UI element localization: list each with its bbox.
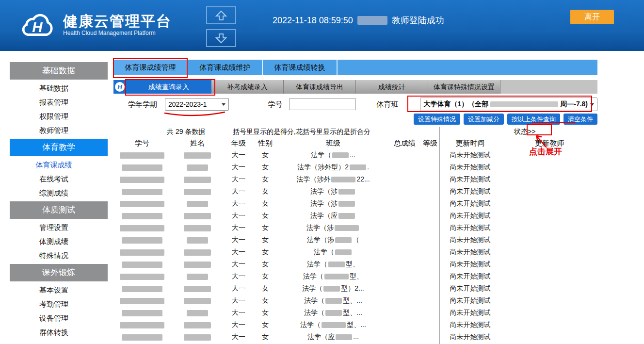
redacted-class-part xyxy=(335,225,359,231)
secondary-tab[interactable]: 补考成绩录入 xyxy=(211,80,284,94)
cell-update-time: 尚未开始测试 xyxy=(440,272,500,281)
cell-name xyxy=(171,224,224,232)
cell-class: 法学（涉 xyxy=(277,199,389,208)
primary-tab[interactable]: 体育课成绩管理 xyxy=(113,60,188,75)
sidebar-item[interactable]: 基础数据 xyxy=(0,81,108,95)
class-text-suffix: 型）2... xyxy=(341,284,364,292)
cell-grade: 大一 xyxy=(224,272,253,281)
redacted-student-name xyxy=(184,177,211,183)
term-select[interactable]: 2022-2023-1 xyxy=(165,98,229,111)
class-select[interactable]: 大学体育（1）（全部 周—-7.8) xyxy=(420,98,597,111)
cell-gender: 女 xyxy=(253,272,277,281)
secondary-tab[interactable]: 成绩查询录入 xyxy=(126,80,211,94)
cell-grade: 大一 xyxy=(224,296,253,305)
redacted-class-part xyxy=(338,201,355,207)
table-row[interactable]: 大一 女 法学（涉（ 尚未开始测试 xyxy=(113,234,597,246)
sidebar-item[interactable]: 体育教学 xyxy=(10,139,108,156)
redacted-class-part xyxy=(323,286,340,292)
cell-student-id xyxy=(113,176,171,183)
table-row[interactable]: 大一 女 法学（涉外22... 尚未开始测试 xyxy=(113,173,597,185)
class-text-suffix: 型、... xyxy=(343,309,362,316)
cell-name xyxy=(171,261,224,268)
leave-button[interactable]: 离开 xyxy=(570,10,614,24)
filter-bar: 学年学期 2022-2023-1 学号 体育班 大学体育（1）（全部 周—-7.… xyxy=(113,97,597,112)
action-button[interactable]: 设置特殊情况 xyxy=(414,114,460,125)
sidebar-item[interactable]: 体质测试 xyxy=(10,201,108,219)
sidebar-item[interactable]: 教师管理 xyxy=(0,123,108,137)
class-label: 体育班 xyxy=(376,100,398,109)
cell-update-time: 尚未开始测试 xyxy=(440,260,500,269)
primary-tab[interactable]: 体育课成绩转换 xyxy=(263,60,338,75)
table-row[interactable]: 大一 女 法学（型、 尚未开始测试 xyxy=(113,258,597,270)
table-row[interactable]: 大一 女 法学（... 尚未开始测试 xyxy=(113,149,597,161)
action-button[interactable]: 设置加减分 xyxy=(464,114,504,125)
sidebar-item[interactable]: 课外锻炼 xyxy=(10,264,108,281)
primary-tab[interactable]: 体育课成绩维护 xyxy=(188,60,263,75)
class-value-prefix: 大学体育（1）（全部 xyxy=(423,100,488,109)
table-row[interactable]: 大一 女 法学（应 尚未开始测试 xyxy=(113,210,597,222)
status-expand-toggle[interactable]: 状态>> xyxy=(514,128,535,136)
cell-gender: 女 xyxy=(253,284,277,293)
scroll-up-button[interactable] xyxy=(206,6,236,24)
column-header: 姓名 xyxy=(171,139,224,148)
sidebar-item[interactable]: 基础数据 xyxy=(10,62,108,80)
cell-class: 法学（型）2... xyxy=(277,284,389,293)
table-row[interactable]: 大一 女 法学（涉 尚未开始测试 xyxy=(113,197,597,210)
cell-update-time: 尚未开始测试 xyxy=(440,236,500,245)
class-text-prefix: 法学（涉外 xyxy=(296,175,330,183)
sidebar-item[interactable]: 权限管理 xyxy=(0,109,108,123)
login-status-text: 教师登陆成功 xyxy=(392,15,444,26)
action-button[interactable]: 清空条件 xyxy=(564,114,597,125)
table-row[interactable]: 大一 女 法学（涉外型）2. 尚未开始测试 xyxy=(113,161,597,173)
table-row[interactable]: 大一 女 法学（涉 尚未开始测试 xyxy=(113,222,597,234)
table-row[interactable]: 大一 女 法学（型、... 尚未开始测试 xyxy=(113,307,597,319)
svg-text:H: H xyxy=(32,19,43,35)
sidebar-item[interactable]: 报表管理 xyxy=(0,95,108,109)
sidebar-item[interactable]: 综测成绩 xyxy=(0,186,108,200)
table-row[interactable]: 大一 女 法学（型、... 尚未开始测试 xyxy=(113,319,597,331)
redacted-student-id xyxy=(120,201,164,207)
sidebar-item[interactable]: 在线考试 xyxy=(0,172,108,186)
class-text-prefix: 法学（涉外型）2 xyxy=(297,163,349,171)
sidebar-item[interactable]: 群体转换 xyxy=(0,325,108,339)
table-row[interactable]: 大一 女 法学（型、 尚未开始测试 xyxy=(113,270,597,282)
cell-class: 法学（型、... xyxy=(277,309,389,317)
class-text-prefix: 法学（应 xyxy=(310,212,338,219)
cell-name xyxy=(171,285,224,293)
cell-name xyxy=(171,309,224,317)
secondary-tab[interactable]: 体育课成绩导出 xyxy=(284,80,356,94)
redacted-class-part xyxy=(325,298,342,304)
summary-bar: 共 29 条数据 括号里显示的是得分,花括号里显示的是折合分 状态>> xyxy=(113,127,597,137)
sidebar-item[interactable]: 基本设置 xyxy=(0,283,108,297)
sidebar-item[interactable]: 设备管理 xyxy=(0,311,108,325)
table-row[interactable]: 大一 女 法学（涉 尚未开始测试 xyxy=(113,185,597,197)
redacted-class-part xyxy=(338,189,355,195)
sidebar-item[interactable]: 特殊情况 xyxy=(0,248,108,262)
sidebar-item[interactable]: 体育课成绩 xyxy=(0,158,108,172)
secondary-tab[interactable]: 成绩统计 xyxy=(356,80,428,94)
health-cloud-app: H 健康云管理平台 Health Cloud Management Platfo… xyxy=(0,0,644,344)
table-row[interactable]: 大一 女 法学（ 尚未开始测试 xyxy=(113,246,597,258)
sidebar-item[interactable]: 考勤管理 xyxy=(0,297,108,311)
table-row[interactable]: 大一 女 法学（型、... 尚未开始测试 xyxy=(113,295,597,307)
cell-class: 法学（应... xyxy=(277,333,389,342)
cell-name xyxy=(171,176,224,183)
cell-grade: 大一 xyxy=(224,333,253,342)
column-header: 总成绩 xyxy=(389,139,420,148)
sidebar-item[interactable]: 体测成绩 xyxy=(0,234,108,248)
cell-class: 法学（涉外22... xyxy=(277,175,389,184)
student-id-input[interactable] xyxy=(289,98,356,110)
cell-gender: 女 xyxy=(253,248,277,257)
cell-gender: 女 xyxy=(253,199,277,208)
table-row[interactable]: 大一 女 法学（型）2... 尚未开始测试 xyxy=(113,282,597,295)
sidebar-item[interactable]: 管理设置 xyxy=(0,220,108,234)
score-hint: 括号里显示的是得分,花括号里显示的是折合分 xyxy=(233,128,370,136)
table-row[interactable]: 大一 女 法学（应... 尚未开始测试 xyxy=(113,331,597,343)
cell-update-time: 尚未开始测试 xyxy=(440,224,500,232)
secondary-tabbar: H 成绩查询录入 补考成绩录入 体育课成绩导出 成绩统计 体育课特殊情况设置 xyxy=(113,80,597,94)
redacted-class-part xyxy=(338,213,355,219)
action-button[interactable]: 按以上条件查询 xyxy=(507,114,560,125)
secondary-tab[interactable]: 体育课特殊情况设置 xyxy=(428,80,500,94)
scroll-down-button[interactable] xyxy=(206,29,236,47)
cell-gender: 女 xyxy=(253,333,277,342)
